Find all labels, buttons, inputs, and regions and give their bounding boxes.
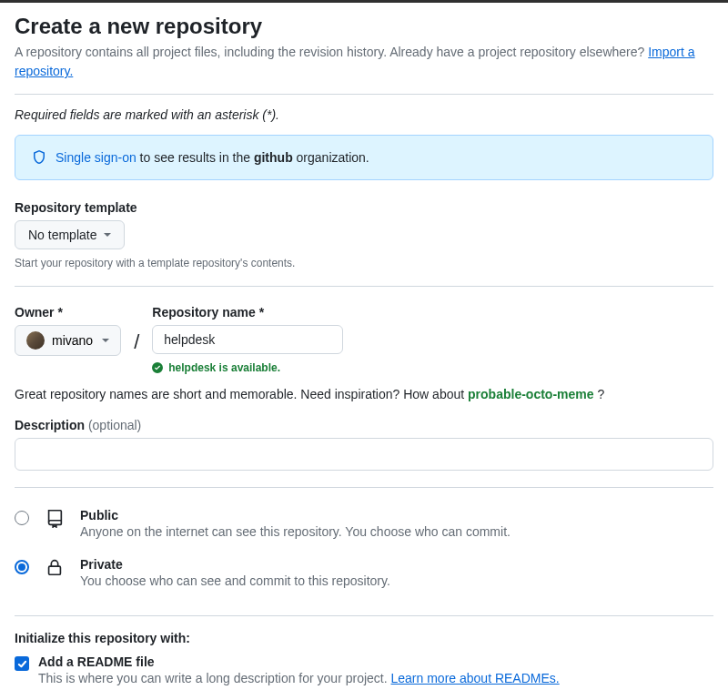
radio-private[interactable] [15,560,29,574]
public-title: Public [80,508,511,522]
svg-rect-0 [49,566,61,574]
description-section: Description (optional) [15,418,713,471]
required-fields-note: Required fields are marked with an aster… [15,95,713,135]
visibility-private-option[interactable]: Private You choose who can see and commi… [15,552,713,601]
repo-name-label: Repository name * [152,305,343,320]
description-label: Description (optional) [15,418,713,432]
readme-option[interactable]: Add a README file This is where you can … [15,654,713,685]
page-title: Create a new repository [15,14,713,39]
sso-link[interactable]: Single sign-on [56,150,136,165]
readme-title: Add a README file [38,654,560,669]
name-suggestion-link[interactable]: probable-octo-meme [468,387,593,401]
visibility-section: Public Anyone on the internet can see th… [15,488,713,615]
template-section: Repository template No template Start yo… [15,200,713,269]
slash-separator: / [132,330,141,354]
page-subhead: A repository contains all project files,… [15,43,713,81]
chevron-down-icon [104,233,111,237]
sso-text: Single sign-on to see results in the git… [56,150,369,165]
avatar [26,331,45,350]
private-title: Private [80,557,390,572]
lock-icon [44,557,66,577]
checkmark-icon [17,659,27,669]
repo-name-input[interactable] [152,325,343,354]
readme-desc: This is where you can write a long descr… [38,671,560,685]
public-desc: Anyone on the internet can see this repo… [80,524,511,539]
radio-public[interactable] [15,511,29,525]
readme-checkbox[interactable] [15,656,29,671]
template-dropdown-button[interactable]: No template [15,220,125,249]
visibility-public-option[interactable]: Public Anyone on the internet can see th… [15,502,713,552]
private-desc: You choose who can see and commit to thi… [80,573,390,588]
template-hint: Start your repository with a template re… [15,257,713,269]
initialize-section: Initialize this repository with: Add a R… [15,616,713,685]
chevron-down-icon [102,339,109,342]
owner-label: Owner * [15,305,121,320]
shield-icon [32,150,46,165]
owner-repo-row: Owner * mivano / Repository name * helpd… [15,287,713,374]
sso-banner: Single sign-on to see results in the git… [15,135,713,180]
template-label: Repository template [15,200,713,215]
readme-learn-more-link[interactable]: Learn more about READMEs. [391,671,560,685]
initialize-title: Initialize this repository with: [15,631,713,645]
check-circle-icon [152,362,163,373]
inspiration-text: Great repository names are short and mem… [15,387,713,401]
description-input[interactable] [15,438,713,471]
availability-message: helpdesk is available. [152,361,343,374]
owner-dropdown-button[interactable]: mivano [15,325,121,356]
repo-icon [44,508,66,528]
